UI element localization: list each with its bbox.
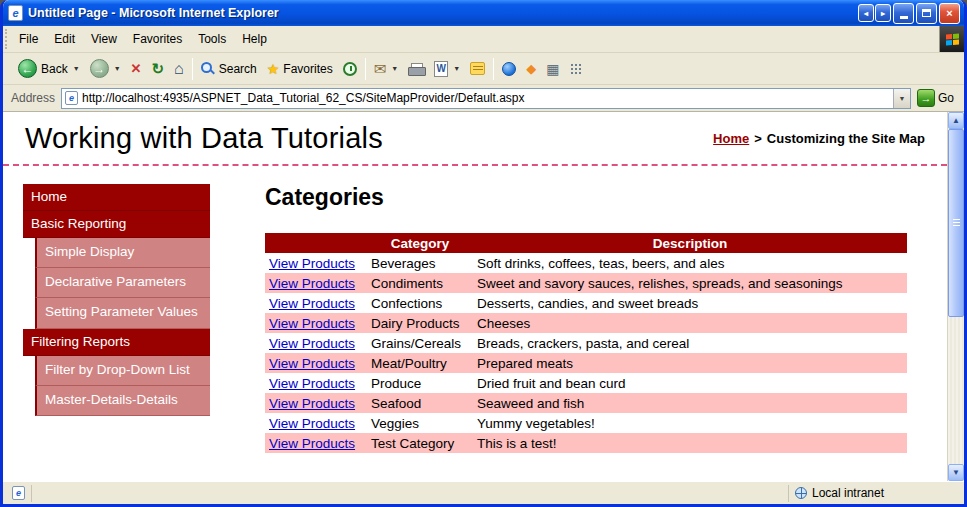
menubar-spacer bbox=[275, 26, 939, 52]
breadcrumb-home-link[interactable]: Home bbox=[713, 131, 749, 146]
sites-button[interactable]: ▦ bbox=[541, 59, 564, 79]
header-empty bbox=[265, 233, 367, 253]
go-arrow-icon: → bbox=[917, 89, 935, 107]
research-button[interactable]: ◆ bbox=[521, 59, 541, 78]
mail-dropdown-icon: ▼ bbox=[391, 65, 398, 72]
view-products-link[interactable]: View Products bbox=[269, 256, 355, 271]
status-page-icon: e bbox=[12, 486, 25, 500]
sidebar-item-home[interactable]: Home bbox=[23, 184, 210, 211]
back-dropdown-icon: ▼ bbox=[73, 65, 80, 72]
header-description: Description bbox=[473, 233, 907, 253]
address-url[interactable]: http://localhost:4935/ASPNET_Data_Tutori… bbox=[82, 91, 893, 105]
back-button[interactable]: ← Back ▼ bbox=[13, 57, 85, 80]
forward-icon: → bbox=[90, 59, 109, 78]
minimize-button[interactable] bbox=[893, 3, 914, 24]
menu-edit[interactable]: Edit bbox=[46, 26, 83, 52]
page-icon: e bbox=[65, 91, 78, 105]
table-row: View Products Test Category This is a te… bbox=[265, 433, 907, 453]
print-button[interactable] bbox=[403, 61, 429, 77]
table-row: View Products Produce Dried fruit and be… bbox=[265, 373, 907, 393]
menu-favorites[interactable]: Favorites bbox=[125, 26, 190, 52]
menu-tools[interactable]: Tools bbox=[190, 26, 234, 52]
windows-flag-icon bbox=[946, 33, 959, 45]
print-icon bbox=[408, 63, 424, 75]
back-icon: ← bbox=[18, 59, 37, 78]
search-button[interactable]: Search bbox=[196, 60, 262, 78]
description-cell: Breads, crackers, pasta, and cereal bbox=[473, 333, 907, 353]
view-products-link[interactable]: View Products bbox=[269, 416, 355, 431]
menu-bar: File Edit View Favorites Tools Help bbox=[3, 26, 964, 53]
address-dropdown-button[interactable]: ▼ bbox=[893, 89, 910, 108]
scroll-down-button[interactable]: ▼ bbox=[948, 464, 964, 481]
menu-help[interactable]: Help bbox=[234, 26, 275, 52]
nav-left-button[interactable]: ◂ bbox=[858, 4, 874, 22]
description-cell: Prepared meats bbox=[473, 353, 907, 373]
sidebar-item-setting-parameter-values[interactable]: Setting Parameter Values bbox=[35, 298, 210, 328]
page-header: Working with Data Tutorials Home>Customi… bbox=[3, 112, 947, 166]
menu-view[interactable]: View bbox=[83, 26, 125, 52]
view-products-link[interactable]: View Products bbox=[269, 436, 355, 451]
messenger-button[interactable] bbox=[497, 60, 521, 78]
close-button[interactable]: × bbox=[939, 3, 960, 24]
breadcrumb-separator: > bbox=[754, 131, 762, 146]
view-products-link[interactable]: View Products bbox=[269, 296, 355, 311]
address-input[interactable]: e http://localhost:4935/ASPNET_Data_Tuto… bbox=[61, 88, 911, 109]
description-cell: Yummy vegetables! bbox=[473, 413, 907, 433]
page-title: Working with Data Tutorials bbox=[25, 122, 383, 155]
category-cell: Beverages bbox=[367, 253, 473, 273]
description-cell: Cheeses bbox=[473, 313, 907, 333]
scroll-up-button[interactable]: ▲ bbox=[948, 112, 964, 129]
view-products-link[interactable]: View Products bbox=[269, 376, 355, 391]
view-products-link[interactable]: View Products bbox=[269, 356, 355, 371]
refresh-button[interactable]: ↻ bbox=[146, 58, 169, 80]
forward-button[interactable]: → ▼ bbox=[85, 57, 126, 80]
grid-icon bbox=[569, 62, 583, 76]
view-products-link[interactable]: View Products bbox=[269, 276, 355, 291]
status-zone-label: Local intranet bbox=[812, 486, 884, 500]
maximize-icon bbox=[922, 9, 931, 17]
search-icon bbox=[201, 62, 215, 76]
edit-with-word-button[interactable]: W ▼ bbox=[429, 59, 465, 79]
discuss-button[interactable] bbox=[465, 60, 490, 77]
maximize-button[interactable] bbox=[916, 3, 937, 24]
mail-button[interactable]: ✉ ▼ bbox=[369, 58, 404, 80]
vertical-scrollbar[interactable]: ▲ ▼ bbox=[947, 112, 964, 481]
stop-button[interactable]: ✕ bbox=[126, 59, 147, 78]
scrollbar-thumb[interactable] bbox=[948, 129, 964, 317]
view-products-link[interactable]: View Products bbox=[269, 336, 355, 351]
nav-right-button[interactable]: ▸ bbox=[875, 4, 891, 22]
status-bar: e Local intranet bbox=[3, 481, 964, 504]
title-bar[interactable]: e Untitled Page - Microsoft Internet Exp… bbox=[3, 0, 964, 26]
sidebar-item-declarative-parameters[interactable]: Declarative Parameters bbox=[35, 268, 210, 298]
view-products-link[interactable]: View Products bbox=[269, 396, 355, 411]
history-button[interactable] bbox=[338, 60, 362, 78]
category-cell: Test Category bbox=[367, 433, 473, 453]
status-middle-pane bbox=[32, 485, 789, 502]
mail-icon: ✉ bbox=[374, 60, 387, 78]
category-cell: Meat/Poultry bbox=[367, 353, 473, 373]
header-category: Category bbox=[367, 233, 473, 253]
view-products-link[interactable]: View Products bbox=[269, 316, 355, 331]
menubar-grip[interactable] bbox=[5, 29, 9, 49]
category-cell: Produce bbox=[367, 373, 473, 393]
table-row: View Products Dairy Products Cheeses bbox=[265, 313, 907, 333]
description-cell: Sweet and savory sauces, relishes, sprea… bbox=[473, 273, 907, 293]
scrollbar-track[interactable] bbox=[948, 129, 964, 464]
favorites-button[interactable]: ★ Favorites bbox=[262, 59, 338, 79]
menu-file[interactable]: File bbox=[11, 26, 46, 52]
history-icon bbox=[343, 62, 357, 76]
sidebar-item-filtering-reports[interactable]: Filtering Reports bbox=[23, 329, 210, 356]
ie-logo-icon: e bbox=[8, 5, 23, 21]
sidebar-item-master-details-details[interactable]: Master-Details-Details bbox=[35, 386, 210, 416]
sidebar-item-filter-by-dropdown-list[interactable]: Filter by Drop-Down List bbox=[35, 356, 210, 386]
toolbar-separator bbox=[365, 58, 366, 80]
home-button[interactable]: ⌂ bbox=[169, 58, 189, 80]
sidebar-item-simple-display[interactable]: Simple Display bbox=[35, 238, 210, 268]
category-cell: Dairy Products bbox=[367, 313, 473, 333]
go-button[interactable]: → Go bbox=[911, 88, 960, 108]
quick-launch-button[interactable] bbox=[564, 60, 588, 78]
address-bar: Address e http://localhost:4935/ASPNET_D… bbox=[3, 85, 964, 112]
sidebar-item-basic-reporting[interactable]: Basic Reporting bbox=[23, 211, 210, 238]
window-title: Untitled Page - Microsoft Internet Explo… bbox=[28, 6, 857, 20]
browser-window: e Untitled Page - Microsoft Internet Exp… bbox=[0, 0, 967, 507]
